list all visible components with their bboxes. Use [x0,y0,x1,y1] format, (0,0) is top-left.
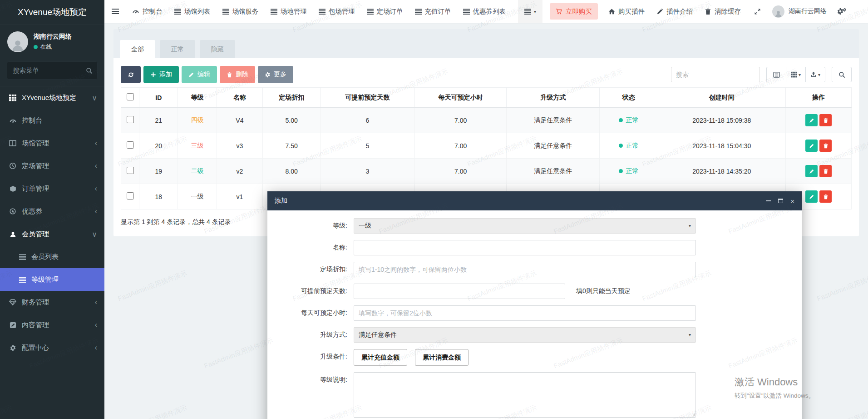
gear-icon [9,344,17,351]
topnav-item-venue-list[interactable]: 场馆列表 [168,0,217,23]
upgrade-condition-label: 升级条件: [267,349,354,361]
topnav-item-coupon-list[interactable]: 优惠券列表 [457,0,512,23]
col-upgrade[interactable]: 升级方式 [507,88,599,108]
search-icon[interactable] [86,66,93,74]
hours-field[interactable] [354,305,696,321]
hamburger-icon[interactable] [104,0,126,23]
col-level[interactable]: 等级 [178,88,217,108]
sidebar-item-dashboard[interactable]: 控制台 [0,109,104,132]
row-delete-button[interactable] [819,165,832,177]
home-icon [608,8,615,15]
app-logo[interactable]: XYvenue场地预定 [0,0,104,25]
caret-down-icon: ▾ [818,72,820,77]
menu-search-input[interactable] [7,61,98,80]
cart-icon [556,8,562,15]
cell-name: V4 [217,108,262,133]
sidebar-item-level-mgmt[interactable]: 等级管理 [0,268,104,291]
topnav-item-recharge-orders[interactable]: 充值订单 [409,0,457,23]
row-checkbox[interactable] [127,192,134,200]
sidebar-item-member-list[interactable]: 会员列表 [0,245,104,268]
chevron-down-icon: ∨ [92,94,97,102]
maximize-icon[interactable] [778,199,783,203]
level-label: 等级: [267,218,354,230]
topnav-user-menu[interactable]: 湖南行云网络 [768,0,831,23]
row-checkbox[interactable] [127,116,134,123]
level-desc-field[interactable] [354,372,696,418]
tab-normal[interactable]: 正常 [160,40,195,58]
col-hours[interactable]: 每天可预定小时 [414,88,507,108]
refresh-button[interactable] [121,66,141,83]
table-row: 21 四级 V4 5.00 6 7.00 满足任意条件 正常 2023-11-1… [121,108,852,133]
upgrade-mode-select[interactable]: 满足任意条件▾ [354,327,696,343]
cogs-icon[interactable] [831,0,852,23]
row-edit-button[interactable] [805,190,818,203]
topnav-more-dropdown[interactable]: ▾ [518,0,542,23]
delete-button[interactable]: 删除 [220,66,255,83]
add-button[interactable]: 添加 [143,66,179,83]
sidebar-item-booking-mgmt[interactable]: 定场管理‹ [0,155,104,177]
row-edit-button[interactable] [805,165,818,177]
table-view-icon[interactable] [766,67,786,82]
buy-now-button[interactable]: 立即购买 [550,3,598,20]
tab-hidden[interactable]: 隐藏 [200,40,235,58]
row-checkbox[interactable] [127,141,134,149]
row-checkbox[interactable] [127,167,134,174]
level-select[interactable]: 一级▾ [354,218,696,234]
export-icon[interactable]: ▾ [805,67,825,82]
edit-button[interactable]: 编辑 [182,66,217,83]
user-icon [9,231,17,238]
cell-created: 2023-11-18 14:35:20 [658,159,786,184]
caret-down-icon: ▾ [534,9,536,14]
cell-days: 3 [321,159,415,184]
col-actions: 操作 [786,88,852,108]
topnav-item-dashboard[interactable]: 控制台 [126,0,168,23]
row-delete-button[interactable] [819,190,832,203]
dialog-header[interactable]: 添加 × [267,191,802,210]
topnav-item-booking-orders[interactable]: 定场订单 [361,0,409,23]
topnav-item-charter-mgmt[interactable]: 包场管理 [313,0,361,23]
search-icon[interactable] [832,67,852,82]
col-status[interactable]: 状态 [599,88,658,108]
plugin-intro-link[interactable]: 插件介绍 [651,0,699,23]
row-delete-button[interactable] [819,114,832,126]
sidebar-menu-search [7,61,98,80]
col-id[interactable]: ID [139,88,178,108]
sidebar-item-order-mgmt[interactable]: 订单管理‹ [0,177,104,200]
row-edit-button[interactable] [805,140,818,152]
col-discount[interactable]: 定场折扣 [263,88,321,108]
col-created[interactable]: 创建时间 [658,88,786,108]
fullscreen-icon[interactable] [747,0,768,23]
col-days[interactable]: 可提前预定天数 [321,88,415,108]
sidebar-item-config-center[interactable]: 配置中心‹ [0,336,104,359]
row-edit-button[interactable] [805,114,818,126]
discount-field[interactable] [354,262,696,277]
select-all-checkbox[interactable] [127,93,134,100]
days-field[interactable] [354,284,565,299]
recharge-amount-button[interactable]: 累计充值金额 [354,349,407,366]
sidebar-item-finance-mgmt[interactable]: 财务管理‹ [0,291,104,314]
table-search-input[interactable] [671,67,760,82]
name-field[interactable] [354,240,696,255]
close-icon[interactable]: × [790,198,794,205]
sidebar-item-venue-mgmt[interactable]: 场馆管理‹ [0,132,104,155]
sidebar-item-member-mgmt[interactable]: 会员管理∨ [0,223,104,245]
consume-amount-button[interactable]: 累计消费金额 [415,349,469,366]
row-delete-button[interactable] [819,140,832,152]
table-toolbar: 添加 编辑 删除 更多 ▾ ▾ [121,66,852,83]
columns-toggle-icon[interactable]: ▾ [786,67,806,82]
sidebar-item-content-mgmt[interactable]: 内容管理‹ [0,314,104,336]
cell-id: 18 [139,184,178,210]
tab-all[interactable]: 全部 [120,40,155,58]
buy-plugin-link[interactable]: 购买插件 [602,0,651,23]
clear-cache-link[interactable]: 清除缓存 [699,0,747,23]
top-navbar: 控制台 场馆列表 场馆服务 场地管理 包场管理 定场订单 充值订单 优惠券列表 … [104,0,868,23]
topnav-item-field-mgmt[interactable]: 场地管理 [265,0,313,23]
minimize-icon[interactable] [766,200,771,201]
pen-icon [656,8,663,15]
list-icon [18,254,26,260]
sidebar-item-coupon[interactable]: 优惠券‹ [0,200,104,223]
col-name[interactable]: 名称 [217,88,262,108]
topnav-item-venue-service[interactable]: 场馆服务 [217,0,265,23]
sidebar-item-xyvenue[interactable]: XYvenue场地预定∨ [0,86,104,109]
more-button[interactable]: 更多 [258,66,293,83]
